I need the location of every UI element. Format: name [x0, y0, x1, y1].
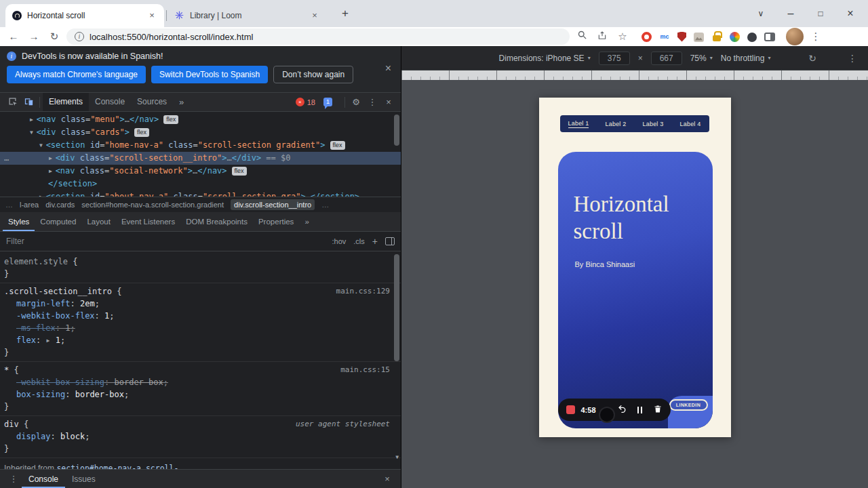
browser-tab-loom[interactable]: Library | Loom ×: [168, 4, 327, 27]
breadcrumb-item[interactable]: section#home-nav-a.scroll-section.gradie…: [81, 201, 224, 209]
password-extension-icon[interactable]: [711, 31, 722, 42]
inherited-selector-link[interactable]: section#home-nav-a.scroll-…: [56, 464, 183, 469]
tab-layout[interactable]: Layout: [81, 212, 116, 231]
extension-icon-6[interactable]: [730, 32, 740, 42]
browser-menu-icon[interactable]: ⋮: [808, 28, 824, 45]
styles-filter-input[interactable]: [6, 237, 325, 246]
tab-elements[interactable]: Elements: [43, 93, 89, 111]
settings-gear-icon[interactable]: ⚙: [348, 97, 364, 107]
css-source-link[interactable]: main.css:15: [340, 364, 390, 376]
match-language-button[interactable]: Always match Chrome's language: [7, 66, 146, 83]
delete-recording-icon[interactable]: [653, 405, 663, 415]
viewport-height-input[interactable]: [651, 52, 682, 65]
nav-label-4[interactable]: Label 4: [680, 121, 701, 127]
extension-icon-1[interactable]: [642, 32, 652, 42]
throttling-select[interactable]: No throttling▾: [721, 54, 771, 63]
inspect-element-icon[interactable]: [4, 96, 20, 108]
minimize-icon[interactable]: –: [776, 7, 806, 20]
tab-console[interactable]: Console: [89, 93, 131, 111]
nav-label-2[interactable]: Label 2: [606, 121, 627, 127]
side-panel-icon[interactable]: [764, 33, 775, 41]
nav-label-3[interactable]: Label 3: [643, 121, 664, 127]
tree-row[interactable]: ▶ <nav class="menu">…</nav>flex: [0, 113, 401, 126]
forward-icon[interactable]: →: [26, 28, 42, 45]
scrollbar-down-icon[interactable]: ▼: [395, 451, 399, 464]
tab-close-icon[interactable]: ×: [309, 10, 320, 21]
drawer-menu-icon[interactable]: ⋮: [5, 474, 22, 484]
tab-event-listeners[interactable]: Event Listeners: [116, 212, 180, 231]
share-icon[interactable]: [594, 28, 610, 45]
css-declaration[interactable]: -webkit-box-flex: 1;: [0, 310, 401, 322]
loom-camera-bubble[interactable]: [599, 407, 615, 423]
browser-tab-active[interactable]: Horizontal scroll ×: [5, 4, 164, 27]
breadcrumb-item[interactable]: l-area: [20, 201, 39, 209]
ublock-extension-icon[interactable]: [677, 32, 686, 42]
device-preset-select[interactable]: Dimensions: iPhone SE▾: [499, 54, 591, 63]
back-icon[interactable]: ←: [5, 28, 22, 45]
css-declaration-overridden[interactable]: -ms-flex: 1;: [0, 322, 401, 334]
devtools-menu-icon[interactable]: ⋮: [364, 97, 380, 107]
reload-icon[interactable]: ↻: [46, 28, 62, 45]
device-toolbar-icon[interactable]: [20, 96, 37, 108]
rotate-viewport-icon[interactable]: ↻: [808, 53, 816, 64]
css-declaration[interactable]: display: block;: [0, 430, 401, 443]
tree-row[interactable]: ▶ <nav class="social-network">…</nav>fle…: [0, 165, 401, 178]
element-class-toggle[interactable]: .cls: [353, 237, 365, 245]
linkedin-button[interactable]: LINKEDIN: [669, 399, 708, 411]
extension-icon-4[interactable]: [694, 33, 704, 42]
maximize-icon[interactable]: □: [806, 9, 835, 18]
tree-row[interactable]: ▼ <section id="home-nav-a" class="scroll…: [0, 139, 401, 152]
window-close-icon[interactable]: ×: [835, 7, 865, 20]
extension-icon-7[interactable]: [747, 33, 757, 42]
toggle-sidebar-icon[interactable]: [385, 237, 395, 245]
tab-computed[interactable]: Computed: [35, 212, 81, 231]
message-count-badge[interactable]: 1: [323, 98, 332, 106]
tree-row[interactable]: ▼ <div class="cards">flex: [0, 126, 401, 139]
zoom-select[interactable]: 75%▾: [690, 54, 713, 63]
tab-sources[interactable]: Sources: [131, 93, 173, 111]
tab-styles[interactable]: Styles: [3, 212, 35, 231]
drawer-tab-issues[interactable]: Issues: [65, 470, 102, 488]
css-rule-element-style[interactable]: element.style { }: [0, 253, 401, 283]
tab-close-icon[interactable]: ×: [146, 10, 157, 21]
new-style-rule-button[interactable]: +: [372, 236, 378, 247]
pause-recording-icon[interactable]: [635, 405, 645, 415]
drawer-tab-console[interactable]: Console: [22, 470, 65, 488]
site-info-icon[interactable]: i: [75, 32, 84, 41]
more-tabs-icon[interactable]: »: [299, 212, 314, 231]
breadcrumb-item-current[interactable]: div.scroll-section__intro: [231, 199, 315, 210]
css-declaration[interactable]: box-sizing: border-box;: [0, 388, 401, 401]
more-panels-icon[interactable]: »: [173, 93, 190, 111]
tree-row[interactable]: ▶ <section id="about-nav-a" class="scrol…: [0, 190, 401, 197]
breadcrumb-overflow-icon[interactable]: …: [321, 201, 329, 209]
bookmark-star-icon[interactable]: ☆: [614, 28, 631, 45]
devtools-close-icon[interactable]: ×: [380, 97, 397, 107]
breadcrumb-overflow-icon[interactable]: …: [5, 201, 13, 209]
drawer-close-icon[interactable]: ×: [379, 474, 395, 484]
css-declaration[interactable]: flex: ▸ 1;: [0, 334, 401, 346]
tree-row-selected[interactable]: … ▶ <div class="scroll-section__intro">……: [0, 152, 401, 165]
css-declaration[interactable]: margin-left: 2em;: [0, 298, 401, 310]
error-count-badge[interactable]: × 18: [296, 98, 315, 106]
tab-dom-breakpoints[interactable]: DOM Breakpoints: [180, 212, 253, 231]
device-mode-menu-icon[interactable]: ⋮: [848, 53, 857, 64]
scrollbar-thumb[interactable]: [394, 254, 399, 361]
switch-spanish-button[interactable]: Switch DevTools to Spanish: [151, 66, 268, 83]
address-bar[interactable]: i localhost:5500/horizontal-scroll/index…: [66, 28, 570, 45]
viewport-width-input[interactable]: [599, 52, 630, 65]
css-rule-universal[interactable]: * {main.css:15 -webkit-box-sizing: borde…: [0, 362, 401, 416]
tab-search-icon[interactable]: ∨: [746, 9, 776, 18]
tab-properties[interactable]: Properties: [253, 212, 299, 231]
css-declaration-overridden[interactable]: -webkit-box-sizing: border-box;: [0, 376, 401, 388]
css-rule-div[interactable]: div {user agent stylesheet display: bloc…: [0, 416, 401, 458]
css-rule-scroll-section-intro[interactable]: .scroll-section__intro {main.css:129 mar…: [0, 283, 401, 362]
search-icon[interactable]: [574, 28, 590, 45]
nav-label-1[interactable]: Label 1: [568, 120, 589, 128]
stop-recording-button[interactable]: [566, 405, 575, 414]
scrollbar-thumb[interactable]: [394, 115, 399, 146]
breadcrumb-item[interactable]: div.cards: [45, 201, 75, 209]
tree-row[interactable]: </section>: [0, 178, 401, 190]
css-source-link[interactable]: main.css:129: [336, 285, 390, 298]
restart-recording-icon[interactable]: [618, 405, 627, 415]
pseudo-state-toggle[interactable]: :hov: [332, 237, 347, 245]
